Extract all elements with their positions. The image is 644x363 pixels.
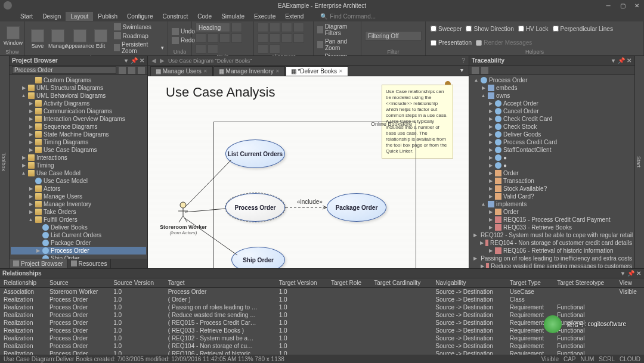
tree-node[interactable]: ▲Fulfill Orders <box>11 216 146 224</box>
table-row[interactable]: RealizationProcess Order1.0( REQ033 - Re… <box>0 327 644 334</box>
space-h-icon[interactable] <box>281 33 292 43</box>
tab-close-icon[interactable]: ✕ <box>339 69 343 74</box>
table-row[interactable]: RealizationProcess Order1.0( REQ015 - Pr… <box>0 319 644 327</box>
tree-node[interactable]: ▶Interactions <box>11 154 146 162</box>
tree-node[interactable]: Custom Diagrams <box>11 76 146 84</box>
tabs-overflow-icon[interactable]: ▾ <box>460 67 469 75</box>
tree-node[interactable]: ▶Process Credit Card <box>470 138 633 146</box>
panel-pin-icon[interactable]: 📌 <box>131 57 137 64</box>
tree-node[interactable]: ▶Actors <box>11 185 146 193</box>
tree-node[interactable]: ▲owns <box>470 92 633 100</box>
tree-node[interactable]: ▶Sequence Diagrams <box>11 123 146 131</box>
perp-check[interactable]: Perpendicular Lines <box>552 26 614 32</box>
column-header[interactable]: Source <box>46 278 110 288</box>
diagram-tab[interactable]: ▦ *Deliver Books✕ <box>286 66 348 76</box>
tree-node[interactable]: Ship Order <box>11 255 146 259</box>
panel-menu-icon[interactable]: ▾ <box>123 57 129 64</box>
fill-icon[interactable] <box>231 33 242 43</box>
pan-zoom-button[interactable]: Pan and Zoom <box>317 38 357 52</box>
same-w-icon[interactable] <box>258 44 268 54</box>
menu-code[interactable]: Code <box>193 12 216 21</box>
tree-node[interactable]: ▶Reduce wasted time sending messages to … <box>470 262 633 268</box>
tree-node[interactable]: ▶Order <box>470 208 633 216</box>
tree-node[interactable]: ▶Take Orders <box>11 208 146 216</box>
tree-node[interactable]: Package Order <box>11 239 146 247</box>
tree-node[interactable]: ▶REQ106 - Retrieval of historic informat… <box>470 247 633 255</box>
same-h-icon[interactable] <box>270 44 280 54</box>
toolbox-strip[interactable]: Toolbox <box>0 56 10 268</box>
diagram-canvas[interactable]: Use Case Analysis Use Case relationships… <box>148 76 469 268</box>
tree-node[interactable]: ▶Check Credit Card <box>470 115 633 123</box>
tree-node[interactable]: ▶Timing Diagrams <box>11 138 146 146</box>
tree-node[interactable]: ▶StaffContactClient <box>470 146 633 154</box>
minimize-button[interactable]: ─ <box>601 0 615 11</box>
sweeper-check[interactable]: Sweeper <box>429 26 463 32</box>
tree-node[interactable]: ▲Process Order <box>470 76 633 84</box>
trace-close-icon[interactable]: ✕ <box>626 57 632 64</box>
menu-layout[interactable]: Layout <box>66 12 93 21</box>
table-row[interactable]: RealizationProcess Order1.0( REQ104 - No… <box>0 342 644 350</box>
table-row[interactable]: RealizationProcess Order1.0( REQ102 - Sy… <box>0 334 644 342</box>
tree-node[interactable]: ▶Use Case Diagrams <box>11 146 146 154</box>
tree-node[interactable]: ▶REQ104 - Non storage of customer credit… <box>470 239 633 247</box>
tab-close-icon[interactable]: ✕ <box>275 69 280 74</box>
presentation-check[interactable]: Presentation <box>429 39 473 46</box>
style-apply-icon[interactable] <box>231 23 242 32</box>
tree-node[interactable]: ▶Valid Card? <box>470 193 633 200</box>
tree-node[interactable]: ▶Manage Inventory <box>11 200 146 208</box>
column-header[interactable]: Target <box>165 278 275 288</box>
nav-new-icon[interactable] <box>138 67 145 74</box>
tab-close-icon[interactable]: ✕ <box>203 69 208 74</box>
space-v-icon[interactable] <box>293 33 304 43</box>
menu-execute[interactable]: Execute <box>249 12 280 21</box>
tree-node[interactable]: ▶Accept Order <box>470 100 633 107</box>
column-header[interactable]: Target Version <box>275 278 327 288</box>
diagram-filters-button[interactable]: Diagram Filters <box>317 23 357 37</box>
tree-node[interactable]: ▶State Machine Diagrams <box>11 131 146 138</box>
tab-project-browser[interactable]: Project Browser <box>10 259 67 268</box>
menu-construct[interactable]: Construct <box>157 12 193 21</box>
column-header[interactable]: Source Version <box>110 278 165 288</box>
tree-node[interactable]: ▶REQ033 - Retrieve Books <box>470 224 633 231</box>
tree-node[interactable]: ▶Manage Users <box>11 193 146 200</box>
start-strip[interactable]: Start <box>634 56 644 268</box>
trace-opt-icon[interactable] <box>481 67 488 74</box>
tree-node[interactable]: ▶Deliver Goods <box>470 131 633 138</box>
table-row[interactable]: RealizationProcess Order1.0( Passing on … <box>0 303 644 311</box>
fwd-icon[interactable]: ▶ <box>160 57 165 64</box>
tab-resources[interactable]: Resources <box>67 259 112 268</box>
edit-button[interactable]: Edit <box>92 29 110 49</box>
trace-pin-icon[interactable]: 📌 <box>618 57 624 64</box>
swimlanes-button[interactable]: Swimlanes <box>114 23 165 31</box>
align-right-icon[interactable] <box>281 23 292 32</box>
tree-node[interactable]: ▲UML Behavioral Diagrams <box>11 92 146 100</box>
tree-node[interactable]: ▶Process Order <box>11 247 146 255</box>
zoom-button[interactable]: Persistent Zoom ▾ <box>114 41 165 55</box>
breadcrumb[interactable]: Use Case Diagram "Deliver Books" <box>168 58 252 64</box>
column-header[interactable]: Target Cardinality <box>370 278 432 288</box>
column-header[interactable]: Relationship <box>0 278 46 288</box>
roadmap-button[interactable]: Roadmap <box>114 32 165 40</box>
tree-node[interactable]: ▶Order <box>470 169 633 177</box>
hvlock-check[interactable]: HV Lock <box>517 26 550 32</box>
maximize-button[interactable]: ▢ <box>615 0 630 11</box>
align-mid-icon[interactable] <box>258 33 268 43</box>
tree-node[interactable]: ▶Cancel Order <box>470 107 633 115</box>
tree-node[interactable]: ▶Passing on of roles leading to ineffici… <box>470 255 633 262</box>
close-button[interactable]: ✕ <box>630 0 644 11</box>
align-bottom-icon[interactable] <box>270 33 280 43</box>
tree-node[interactable]: ▶● <box>470 162 633 169</box>
showdir-check[interactable]: Show Direction <box>465 26 515 32</box>
tree-node[interactable]: Use Case Model <box>11 177 146 185</box>
appearance-button[interactable]: Appearance <box>70 29 90 49</box>
nav-up-icon[interactable] <box>119 67 126 74</box>
usecase-process-order[interactable]: Process Order <box>225 193 285 222</box>
back-icon[interactable]: ◀ <box>151 57 156 64</box>
window-button[interactable]: Window <box>4 26 23 46</box>
tree-node[interactable]: ▶● <box>470 154 633 162</box>
tree-node[interactable]: ▶embeds <box>470 84 633 92</box>
rel-close-icon[interactable]: ✕ <box>635 270 642 277</box>
style-reset-icon[interactable] <box>196 33 206 43</box>
table-row[interactable]: AssociationStoreroom Worker1.0Process Or… <box>0 288 644 296</box>
tree-node[interactable]: ▲implements <box>470 200 633 208</box>
